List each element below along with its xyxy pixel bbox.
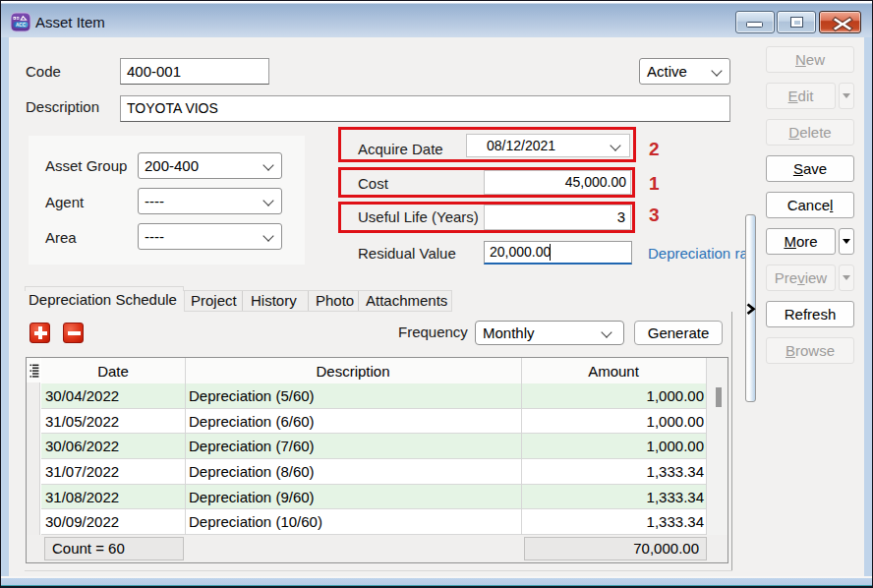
svg-text:ACC: ACC	[16, 23, 27, 28]
